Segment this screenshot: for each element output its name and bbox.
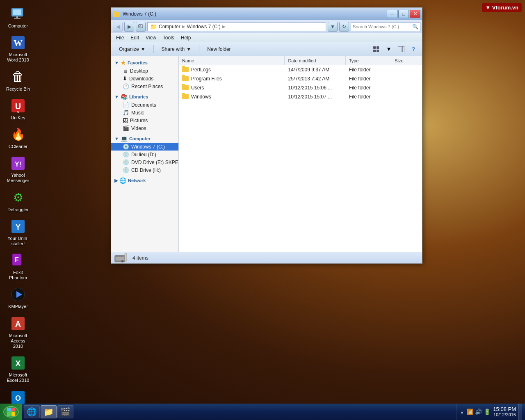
pictures-nav-icon: 🖼 bbox=[123, 117, 128, 123]
svg-text:F: F bbox=[15, 256, 19, 263]
nav-item-documents[interactable]: 📄 Documents bbox=[111, 101, 178, 109]
word-icon: W bbox=[10, 34, 26, 51]
up-button[interactable] bbox=[136, 22, 146, 32]
taskbar-item-explorer[interactable]: 📁 bbox=[41, 405, 57, 418]
taskbar-items: 🌐 📁 🎬 bbox=[22, 404, 456, 420]
nav-item-drive-h[interactable]: 💿 CD Drive (H:) bbox=[111, 166, 178, 174]
column-size-header[interactable]: Size bbox=[391, 56, 422, 65]
column-date-header[interactable]: Date modified bbox=[285, 56, 345, 65]
tray-network-icon[interactable]: 📶 bbox=[466, 409, 473, 415]
taskbar: 🌐 📁 🎬 ▲ 📶 🔊 🔋 15:08 PM 10/12/2015 bbox=[0, 404, 525, 420]
menu-tools[interactable]: Tools bbox=[160, 34, 178, 41]
address-dropdown-button[interactable]: ▼ bbox=[328, 22, 338, 32]
maximize-button[interactable]: □ bbox=[398, 10, 409, 18]
preview-pane-button[interactable] bbox=[396, 45, 406, 54]
file-name-perflogs: PerfLogs bbox=[179, 65, 285, 74]
share-with-button[interactable]: Share with ▼ bbox=[157, 44, 196, 55]
refresh-button[interactable]: ↻ bbox=[339, 22, 349, 32]
desktop-icon-excel[interactable]: X Microsoft Excel 2010 bbox=[4, 353, 32, 385]
access-icon-label: Microsoft Access 2010 bbox=[6, 333, 30, 349]
nav-item-drive-d[interactable]: 💿 Du lieu (D:) bbox=[111, 151, 178, 158]
start-button[interactable] bbox=[0, 404, 22, 420]
view-arrow-button[interactable]: ▼ bbox=[383, 45, 394, 54]
desktop-icon-recycle[interactable]: 🗑 Recycle Bin bbox=[4, 67, 32, 94]
nav-item-desktop[interactable]: 🖥 Desktop bbox=[111, 67, 178, 75]
show-desktop-button[interactable] bbox=[518, 404, 522, 420]
file-size-programfiles bbox=[391, 74, 422, 83]
clock-time: 15:08 PM bbox=[493, 406, 516, 413]
back-button[interactable]: ◀ bbox=[113, 22, 123, 32]
desktop-icon-kmplayer[interactable]: KMPlayer bbox=[4, 285, 32, 311]
yuninstaller-icon-label: Your Unin-staller! bbox=[6, 236, 30, 247]
file-row-perflogs[interactable]: PerfLogs 14/7/2009 9:37 AM File folder bbox=[179, 65, 422, 74]
nav-item-videos[interactable]: 🎬 Videos bbox=[111, 124, 178, 132]
tray-expand-arrow[interactable]: ▲ bbox=[460, 410, 464, 414]
nav-item-music[interactable]: 🎵 Music bbox=[111, 109, 178, 116]
file-date-windows: 10/12/2015 15:07 ... bbox=[285, 92, 345, 101]
file-row-users[interactable]: Users 10/12/2015 15:06 ... File folder bbox=[179, 83, 422, 92]
column-name-header[interactable]: Name bbox=[179, 56, 285, 65]
nav-item-pictures[interactable]: 🖼 Pictures bbox=[111, 116, 178, 124]
clock[interactable]: 15:08 PM 10/12/2015 bbox=[493, 406, 516, 418]
favorites-label: Favorites bbox=[128, 60, 148, 65]
menu-view[interactable]: View bbox=[142, 34, 160, 41]
column-type-header[interactable]: Type bbox=[346, 56, 392, 65]
desktop-icons-container: Computer W Microsoft Word 2010 🗑 Recycle… bbox=[4, 4, 32, 420]
search-input[interactable] bbox=[353, 24, 412, 29]
col-type-text: Type bbox=[349, 58, 359, 63]
breadcrumb-part2: Windows 7 (C:) bbox=[187, 24, 221, 30]
nav-favorites-header[interactable]: ▼ ★ Favorites bbox=[111, 58, 178, 67]
svg-rect-44 bbox=[11, 408, 15, 411]
svg-text:U: U bbox=[15, 102, 21, 111]
help-button[interactable]: ? bbox=[408, 45, 419, 54]
desktop-icon-ccleaner[interactable]: 🔥 CCleaner bbox=[4, 125, 32, 151]
taskbar-item-ie[interactable]: 🌐 bbox=[24, 405, 40, 418]
minimize-button[interactable]: ─ bbox=[387, 10, 397, 18]
close-button[interactable]: ✕ bbox=[410, 10, 420, 18]
taskbar-item-media[interactable]: 🎬 bbox=[57, 405, 73, 418]
nav-libraries-header[interactable]: ▼ 📚 Libraries bbox=[111, 92, 178, 101]
tray-volume-icon[interactable]: 🔊 bbox=[475, 409, 482, 415]
nav-videos-label: Videos bbox=[131, 126, 146, 131]
desktop-icon-foxit[interactable]: F Foxit Phantom bbox=[4, 251, 32, 282]
file-row-programfiles[interactable]: Program Files 25/7/2013 7:42 AM File fol… bbox=[179, 74, 422, 83]
menu-help[interactable]: Help bbox=[178, 34, 194, 41]
desktop-icon-computer[interactable]: Computer bbox=[4, 4, 32, 30]
search-icon[interactable]: 🔍 bbox=[412, 24, 418, 30]
nav-network-header[interactable]: ▶ 🌐 Network bbox=[111, 176, 178, 185]
computer-icon bbox=[10, 6, 26, 22]
desktop-icon-defraggler[interactable]: ⚙ Defraggler bbox=[4, 188, 32, 214]
defraggler-icon-label: Defraggler bbox=[7, 207, 28, 212]
ccleaner-icon-label: CCleaner bbox=[9, 144, 27, 149]
address-breadcrumb[interactable]: 📁 Computer ▶ Windows 7 (C:) ▶ bbox=[147, 22, 326, 31]
desktop-icon-access[interactable]: A Microsoft Access 2010 bbox=[4, 314, 32, 351]
outlook-icon: O bbox=[10, 389, 26, 406]
nav-item-drive-c[interactable]: 💿 Windows 7 (C:) bbox=[111, 143, 178, 151]
menu-edit[interactable]: Edit bbox=[127, 34, 142, 41]
nav-computer-header[interactable]: ▼ 💻 Computer bbox=[111, 134, 178, 143]
col-date-text: Date modified bbox=[288, 58, 316, 63]
svg-text:X: X bbox=[15, 359, 21, 368]
menu-file[interactable]: File bbox=[113, 34, 127, 41]
file-name-programfiles: Program Files bbox=[179, 74, 285, 83]
desktop-icon-unikey[interactable]: U N UniKey bbox=[4, 96, 32, 122]
svg-rect-33 bbox=[373, 50, 376, 52]
drive-c-icon: 💿 bbox=[123, 144, 129, 150]
forward-button[interactable]: ▶ bbox=[124, 22, 134, 32]
new-folder-button[interactable]: New folder bbox=[203, 44, 235, 55]
svg-text:O: O bbox=[15, 394, 21, 402]
kmplayer-icon-label: KMPlayer bbox=[8, 304, 28, 309]
file-date-users: 10/12/2015 15:06 ... bbox=[285, 83, 345, 92]
libraries-label: Libraries bbox=[129, 94, 148, 99]
nav-item-drive-e[interactable]: 💿 DVD Drive (E:) SKPE bbox=[111, 158, 178, 166]
nav-item-recent-places[interactable]: 🕐 Recent Places bbox=[111, 82, 178, 90]
change-view-button[interactable] bbox=[371, 45, 382, 54]
explorer-title-icon bbox=[113, 10, 120, 18]
desktop-icon-yahoo[interactable]: Y! Yahoo! Messenger bbox=[4, 153, 32, 185]
tray-battery-icon[interactable]: 🔋 bbox=[484, 409, 491, 415]
desktop-icon-yuninstaller[interactable]: Y Your Unin-staller! bbox=[4, 217, 32, 248]
desktop-icon-word[interactable]: W Microsoft Word 2010 bbox=[4, 33, 32, 64]
organize-button[interactable]: Organize ▼ bbox=[114, 44, 150, 55]
file-row-windows[interactable]: Windows 10/12/2015 15:07 ... File folder bbox=[179, 92, 422, 101]
nav-item-downloads[interactable]: ⬇ Downloads bbox=[111, 75, 178, 82]
